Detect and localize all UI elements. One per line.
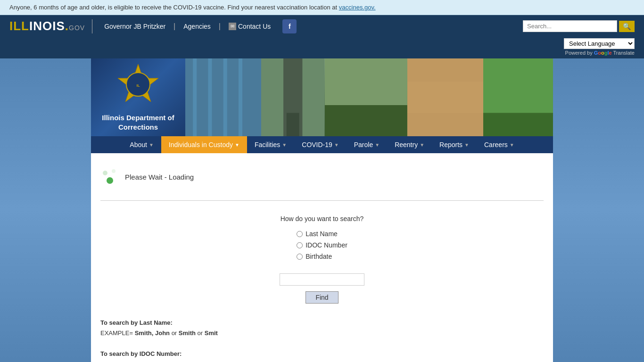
idoc-instruction-example: EXAMPLE= K01234 [100, 359, 544, 362]
loading-area: Please Wait - Loading [100, 163, 544, 196]
logo-dot: . [65, 19, 69, 33]
svg-rect-16 [483, 113, 553, 137]
badge-icon: IL [117, 63, 159, 106]
svg-rect-7 [239, 58, 242, 136]
svg-point-18 [103, 171, 107, 175]
idoc-instruction-title: To search by IDOC Number: [100, 349, 544, 359]
nav-about[interactable]: About ▼ [122, 136, 161, 153]
search-text-input[interactable] [280, 273, 364, 286]
radio-lastname[interactable] [297, 231, 303, 237]
nav-careers[interactable]: Careers ▼ [477, 136, 522, 153]
contact-label: Contact Us [238, 23, 271, 30]
svg-point-17 [112, 169, 116, 173]
radio-idoc[interactable] [297, 242, 303, 248]
spinner-svg [100, 167, 119, 186]
svg-rect-12 [325, 105, 407, 136]
lastname-instruction-title: To search by Last Name: [100, 318, 544, 328]
google-g: G [594, 50, 598, 56]
search-button[interactable]: 🔍 [619, 21, 635, 32]
inner-corridor-svg [407, 58, 483, 136]
top-nav: ILLINOIS.GOV Governor JB Pritzker | Agen… [0, 15, 644, 37]
logo: ILLINOIS.GOV [9, 19, 85, 33]
header-panel-inner-corridor [407, 58, 483, 136]
radio-option-idoc: IDOC Number [297, 241, 347, 249]
nav-careers-label: Careers [484, 141, 508, 148]
radio-option-lastname: Last Name [297, 230, 347, 238]
logo-ill: ILL [9, 19, 29, 33]
search-input[interactable] [523, 20, 617, 32]
header-images [185, 58, 553, 136]
nav-individuals-custody[interactable]: Individuals in Custody ▼ [161, 136, 247, 153]
google-g2: g [604, 50, 608, 56]
governor-link[interactable]: Governor JB Pritzker [99, 21, 170, 32]
svg-rect-6 [223, 58, 227, 136]
alert-text: Anyone, 6 months of age and older, is el… [9, 4, 337, 11]
alert-banner: Anyone, 6 months of age and older, is el… [0, 0, 644, 15]
lastname-instruction-example: EXAMPLE= Smith, John or Smith or Smit [100, 328, 544, 338]
contact-icon: ✉ [229, 23, 236, 30]
instructions: To search by Last Name: EXAMPLE= Smith, … [100, 318, 544, 362]
nav-covid[interactable]: COVID-19 ▼ [294, 136, 346, 153]
workers-svg [483, 58, 553, 136]
lastname-title: To search by Last Name: [100, 319, 173, 326]
powered-by: Powered by Google Translate [565, 50, 635, 56]
contact-link[interactable]: ✉ Contact Us [224, 21, 275, 32]
radio-lastname-label: Last Name [305, 230, 338, 238]
alert-link[interactable]: vaccines.gov. [339, 4, 376, 11]
corridor-svg [185, 58, 261, 136]
nav-covid-arrow: ▼ [334, 142, 339, 148]
search-area: 🔍 [523, 20, 635, 32]
lastname-ex-3: Smit [205, 329, 218, 337]
header-panel-corridor [185, 58, 261, 136]
site-wrapper: IL Illinois Department of Corrections [91, 58, 553, 362]
header-panel-workers [483, 58, 553, 136]
radio-group: Last Name IDOC Number Birthdate [297, 230, 347, 264]
nav-reports[interactable]: Reports ▼ [432, 136, 477, 153]
header-panel-march [325, 58, 407, 136]
lastname-ex-1: Smith, John [135, 329, 170, 337]
radio-birthdate[interactable] [297, 254, 303, 260]
svg-point-19 [107, 177, 113, 184]
content-wrapper: Please Wait - Loading How do you want to… [91, 153, 553, 362]
logo-area: ILLINOIS.GOV [9, 19, 85, 33]
header-left: IL Illinois Department of Corrections [91, 58, 185, 136]
lastname-ex-2: Smith [179, 329, 196, 337]
find-button-row: Find [100, 291, 544, 304]
nav-facilities-label: Facilities [255, 141, 280, 148]
facebook-button[interactable]: f [282, 19, 297, 33]
header-image-band: IL Illinois Department of Corrections [91, 58, 553, 136]
agencies-link[interactable]: Agencies [179, 21, 215, 32]
find-button[interactable]: Find [305, 291, 338, 304]
nav-careers-arrow: ▼ [510, 142, 514, 148]
svg-text:IL: IL [136, 83, 140, 88]
language-area: Select Language Powered by Google Transl… [0, 37, 644, 58]
google-o2: o [601, 50, 604, 56]
loading-text: Please Wait - Loading [125, 173, 194, 181]
nav-individuals-label: Individuals in Custody [169, 141, 233, 148]
radio-option-birthdate: Birthdate [297, 253, 347, 260]
nav-parole[interactable]: Parole ▼ [347, 136, 387, 153]
nav-about-label: About [130, 141, 147, 148]
svg-rect-4 [193, 58, 197, 136]
header-panel-tower [261, 58, 324, 136]
search-field-row [100, 273, 544, 286]
nav-facilities[interactable]: Facilities ▼ [247, 136, 294, 153]
main-nav: About ▼ Individuals in Custody ▼ Facilit… [91, 136, 553, 153]
nav-facilities-arrow: ▼ [282, 142, 287, 148]
nav-about-arrow: ▼ [149, 142, 154, 148]
march-svg [325, 58, 407, 136]
nav-covid-label: COVID-19 [302, 141, 332, 148]
language-select[interactable]: Select Language [564, 38, 635, 49]
nav-reports-arrow: ▼ [464, 142, 469, 148]
separator-1: | [173, 22, 176, 31]
separator-2: | [218, 22, 222, 31]
tower-svg [261, 58, 324, 136]
badge-container: IL [117, 63, 159, 106]
nav-reentry-label: Reentry [395, 141, 418, 148]
radio-birthdate-label: Birthdate [305, 253, 332, 260]
nav-reentry-arrow: ▼ [420, 142, 424, 148]
nav-individuals-arrow: ▼ [235, 142, 239, 148]
idoc-title: To search by IDOC Number: [100, 350, 182, 357]
nav-reentry[interactable]: Reentry ▼ [387, 136, 432, 153]
spinner [100, 167, 119, 186]
